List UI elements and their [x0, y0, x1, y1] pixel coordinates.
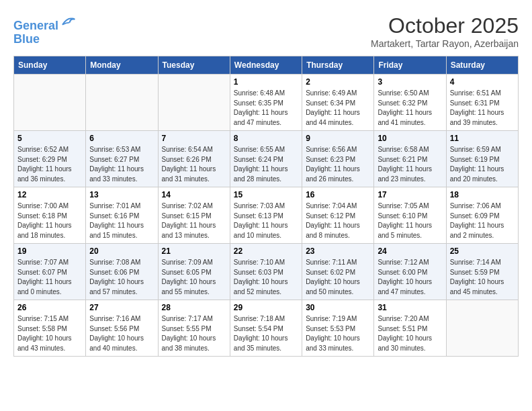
day-info: Sunrise: 6:55 AM Sunset: 6:24 PM Dayligh… — [234, 145, 298, 184]
calendar-week-4: 26Sunrise: 7:15 AM Sunset: 5:58 PM Dayli… — [14, 300, 519, 357]
day-info: Sunrise: 7:01 AM Sunset: 6:16 PM Dayligh… — [89, 201, 154, 240]
day-info: Sunrise: 7:02 AM Sunset: 6:15 PM Dayligh… — [162, 201, 226, 240]
calendar-day-29: 29Sunrise: 7:18 AM Sunset: 5:54 PM Dayli… — [230, 300, 302, 357]
day-info: Sunrise: 6:52 AM Sunset: 6:29 PM Dayligh… — [17, 145, 82, 184]
day-number: 5 — [17, 134, 82, 143]
day-info: Sunrise: 7:07 AM Sunset: 6:07 PM Dayligh… — [17, 258, 82, 297]
calendar-day-20: 20Sunrise: 7:08 AM Sunset: 6:06 PM Dayli… — [86, 244, 158, 300]
day-info: Sunrise: 6:53 AM Sunset: 6:27 PM Dayligh… — [89, 145, 154, 184]
logo-text: General — [13, 13, 76, 33]
empty-cell — [158, 75, 230, 131]
page-header: General Blue October 2025 Martakert, Tar… — [13, 13, 519, 49]
calendar-day-23: 23Sunrise: 7:11 AM Sunset: 6:02 PM Dayli… — [302, 244, 374, 300]
calendar-body: 1Sunrise: 6:48 AM Sunset: 6:35 PM Daylig… — [14, 75, 519, 357]
day-header-monday: Monday — [86, 56, 158, 75]
day-info: Sunrise: 7:18 AM Sunset: 5:54 PM Dayligh… — [234, 314, 298, 353]
day-info: Sunrise: 7:03 AM Sunset: 6:13 PM Dayligh… — [234, 201, 298, 240]
calendar-day-26: 26Sunrise: 7:15 AM Sunset: 5:58 PM Dayli… — [14, 300, 86, 357]
day-info: Sunrise: 6:49 AM Sunset: 6:34 PM Dayligh… — [306, 89, 370, 128]
day-number: 18 — [450, 190, 515, 199]
day-number: 10 — [378, 134, 442, 143]
day-number: 14 — [162, 190, 226, 199]
day-info: Sunrise: 7:16 AM Sunset: 5:56 PM Dayligh… — [89, 314, 154, 353]
day-number: 17 — [378, 190, 442, 199]
day-info: Sunrise: 6:51 AM Sunset: 6:31 PM Dayligh… — [450, 89, 515, 128]
calendar-day-4: 4Sunrise: 6:51 AM Sunset: 6:31 PM Daylig… — [446, 75, 518, 131]
day-number: 21 — [162, 246, 226, 256]
day-number: 22 — [234, 246, 298, 256]
day-number: 23 — [306, 246, 370, 256]
day-number: 3 — [378, 77, 442, 87]
calendar-day-16: 16Sunrise: 7:04 AM Sunset: 6:12 PM Dayli… — [302, 187, 374, 244]
calendar-day-7: 7Sunrise: 6:54 AM Sunset: 6:26 PM Daylig… — [158, 131, 230, 187]
calendar-week-0: 1Sunrise: 6:48 AM Sunset: 6:35 PM Daylig… — [14, 75, 519, 131]
day-header-saturday: Saturday — [446, 56, 518, 75]
day-info: Sunrise: 7:14 AM Sunset: 5:59 PM Dayligh… — [450, 258, 515, 297]
day-info: Sunrise: 7:04 AM Sunset: 6:12 PM Dayligh… — [306, 201, 370, 240]
calendar-day-25: 25Sunrise: 7:14 AM Sunset: 5:59 PM Dayli… — [446, 244, 518, 300]
empty-cell — [86, 75, 158, 131]
day-header-friday: Friday — [374, 56, 446, 75]
calendar-day-30: 30Sunrise: 7:19 AM Sunset: 5:53 PM Dayli… — [302, 300, 374, 357]
day-number: 1 — [234, 77, 298, 87]
calendar-header: SundayMondayTuesdayWednesdayThursdayFrid… — [14, 56, 519, 75]
calendar-day-27: 27Sunrise: 7:16 AM Sunset: 5:56 PM Dayli… — [86, 300, 158, 357]
calendar-day-24: 24Sunrise: 7:12 AM Sunset: 6:00 PM Dayli… — [374, 244, 446, 300]
day-header-thursday: Thursday — [302, 56, 374, 75]
day-info: Sunrise: 7:05 AM Sunset: 6:10 PM Dayligh… — [378, 201, 442, 240]
day-info: Sunrise: 7:19 AM Sunset: 5:53 PM Dayligh… — [306, 314, 370, 353]
day-info: Sunrise: 6:59 AM Sunset: 6:19 PM Dayligh… — [450, 145, 515, 184]
calendar-day-22: 22Sunrise: 7:10 AM Sunset: 6:03 PM Dayli… — [230, 244, 302, 300]
calendar-day-5: 5Sunrise: 6:52 AM Sunset: 6:29 PM Daylig… — [14, 131, 86, 187]
day-header-wednesday: Wednesday — [230, 56, 302, 75]
day-info: Sunrise: 7:17 AM Sunset: 5:55 PM Dayligh… — [162, 314, 226, 353]
logo: General Blue — [13, 13, 76, 46]
day-number: 25 — [450, 246, 515, 256]
day-info: Sunrise: 7:12 AM Sunset: 6:00 PM Dayligh… — [378, 258, 442, 297]
day-number: 19 — [17, 246, 82, 256]
calendar-day-31: 31Sunrise: 7:20 AM Sunset: 5:51 PM Dayli… — [374, 300, 446, 357]
day-info: Sunrise: 6:58 AM Sunset: 6:21 PM Dayligh… — [378, 145, 442, 184]
calendar-day-21: 21Sunrise: 7:09 AM Sunset: 6:05 PM Dayli… — [158, 244, 230, 300]
day-info: Sunrise: 7:15 AM Sunset: 5:58 PM Dayligh… — [17, 314, 82, 353]
calendar-day-6: 6Sunrise: 6:53 AM Sunset: 6:27 PM Daylig… — [86, 131, 158, 187]
day-number: 2 — [306, 77, 370, 87]
day-info: Sunrise: 6:50 AM Sunset: 6:32 PM Dayligh… — [378, 89, 442, 128]
calendar-week-2: 12Sunrise: 7:00 AM Sunset: 6:18 PM Dayli… — [14, 187, 519, 244]
calendar-day-1: 1Sunrise: 6:48 AM Sunset: 6:35 PM Daylig… — [230, 75, 302, 131]
calendar-day-3: 3Sunrise: 6:50 AM Sunset: 6:32 PM Daylig… — [374, 75, 446, 131]
day-number: 16 — [306, 190, 370, 199]
day-number: 20 — [89, 246, 154, 256]
title-block: October 2025 Martakert, Tartar Rayon, Az… — [371, 13, 519, 49]
logo-text-blue: Blue — [13, 33, 76, 46]
day-number: 29 — [234, 303, 298, 312]
calendar-day-18: 18Sunrise: 7:06 AM Sunset: 6:09 PM Dayli… — [446, 187, 518, 244]
calendar-day-8: 8Sunrise: 6:55 AM Sunset: 6:24 PM Daylig… — [230, 131, 302, 187]
day-number: 27 — [89, 303, 154, 312]
day-info: Sunrise: 6:54 AM Sunset: 6:26 PM Dayligh… — [162, 145, 226, 184]
day-info: Sunrise: 7:09 AM Sunset: 6:05 PM Dayligh… — [162, 258, 226, 297]
day-info: Sunrise: 7:06 AM Sunset: 6:09 PM Dayligh… — [450, 201, 515, 240]
day-number: 8 — [234, 134, 298, 143]
day-info: Sunrise: 7:00 AM Sunset: 6:18 PM Dayligh… — [17, 201, 82, 240]
calendar-week-1: 5Sunrise: 6:52 AM Sunset: 6:29 PM Daylig… — [14, 131, 519, 187]
day-number: 6 — [89, 134, 154, 143]
location-subtitle: Martakert, Tartar Rayon, Azerbaijan — [371, 38, 519, 49]
calendar-day-13: 13Sunrise: 7:01 AM Sunset: 6:16 PM Dayli… — [86, 187, 158, 244]
day-info: Sunrise: 7:11 AM Sunset: 6:02 PM Dayligh… — [306, 258, 370, 297]
calendar-day-12: 12Sunrise: 7:00 AM Sunset: 6:18 PM Dayli… — [14, 187, 86, 244]
day-number: 4 — [450, 77, 515, 87]
day-info: Sunrise: 7:08 AM Sunset: 6:06 PM Dayligh… — [89, 258, 154, 297]
calendar-day-2: 2Sunrise: 6:49 AM Sunset: 6:34 PM Daylig… — [302, 75, 374, 131]
day-number: 11 — [450, 134, 515, 143]
day-number: 7 — [162, 134, 226, 143]
day-number: 28 — [162, 303, 226, 312]
calendar-day-14: 14Sunrise: 7:02 AM Sunset: 6:15 PM Dayli… — [158, 187, 230, 244]
calendar-day-17: 17Sunrise: 7:05 AM Sunset: 6:10 PM Dayli… — [374, 187, 446, 244]
day-number: 15 — [234, 190, 298, 199]
day-info: Sunrise: 7:20 AM Sunset: 5:51 PM Dayligh… — [378, 314, 442, 353]
calendar-day-15: 15Sunrise: 7:03 AM Sunset: 6:13 PM Dayli… — [230, 187, 302, 244]
day-number: 9 — [306, 134, 370, 143]
day-number: 24 — [378, 246, 442, 256]
calendar-week-3: 19Sunrise: 7:07 AM Sunset: 6:07 PM Dayli… — [14, 244, 519, 300]
